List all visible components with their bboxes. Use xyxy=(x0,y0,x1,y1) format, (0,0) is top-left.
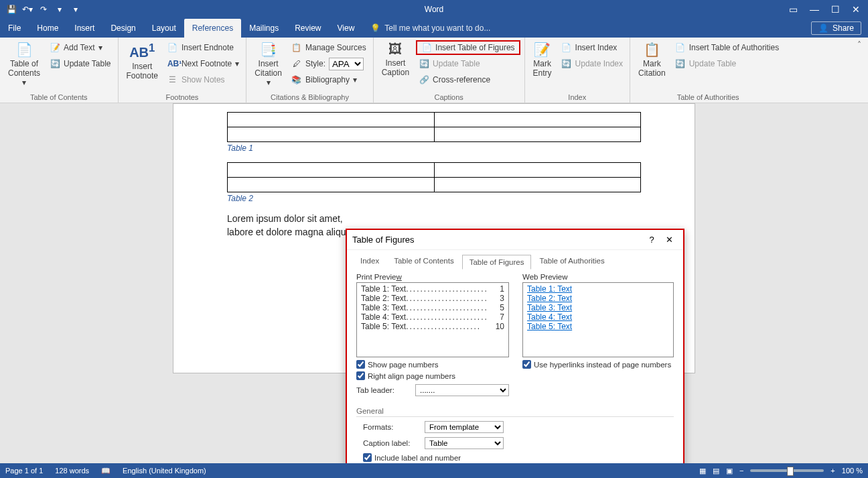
save-icon[interactable]: 💾 xyxy=(5,3,17,15)
mark-citation-icon: 📋 xyxy=(644,42,660,58)
tab-design[interactable]: Design xyxy=(102,19,143,38)
insert-caption-button[interactable]: 🖼 Insert Caption xyxy=(378,40,413,92)
citation-style-select[interactable]: 🖊Style: APA xyxy=(289,56,369,71)
show-notes-icon: ☰ xyxy=(167,75,178,84)
read-mode-icon[interactable]: ▦ xyxy=(699,467,706,475)
manage-sources-icon: 📋 xyxy=(291,43,302,52)
insert-toa-button[interactable]: 📄Insert Table of Authorities xyxy=(672,40,782,55)
tof-icon: 📄 xyxy=(421,43,432,52)
update-icon: 🔄 xyxy=(50,59,60,68)
table-2[interactable] xyxy=(227,162,641,192)
web-preview-box[interactable]: Table 1: Text Table 2: Text Table 3: Tex… xyxy=(522,282,674,357)
insert-table-of-figures-button[interactable]: 📄Insert Table of Figures xyxy=(416,40,520,55)
insert-endnote-button[interactable]: 📄Insert Endnote xyxy=(165,40,242,55)
share-button[interactable]: 👤 Share xyxy=(811,21,861,35)
proofing-icon[interactable]: 📖 xyxy=(101,467,111,475)
print-preview-box[interactable]: Table 1: Text.......................1 Ta… xyxy=(356,282,509,357)
manage-sources-button[interactable]: 📋Manage Sources xyxy=(289,40,369,55)
undo-icon[interactable]: ↶▾ xyxy=(21,3,33,15)
formats-label: Formats: xyxy=(363,423,419,431)
dialog-tab-index[interactable]: Index xyxy=(354,254,386,269)
group-label-toa: Table of Authorities xyxy=(634,92,782,101)
language-status[interactable]: English (United Kingdom) xyxy=(123,467,206,475)
zoom-out-button[interactable]: − xyxy=(739,467,743,475)
include-label-checkbox[interactable] xyxy=(363,453,372,462)
print-layout-icon[interactable]: ▤ xyxy=(713,467,719,475)
tab-leader-select[interactable]: ....... xyxy=(415,384,509,396)
page-status[interactable]: Page 1 of 1 xyxy=(5,467,43,475)
chevron-down-icon: ▾ xyxy=(22,78,26,87)
minimize-icon[interactable]: — xyxy=(810,4,819,15)
tab-references[interactable]: References xyxy=(184,19,241,38)
table-of-contents-button[interactable]: 📄 Table of Contents ▾ xyxy=(4,40,44,92)
endnote-icon: 📄 xyxy=(167,43,178,52)
insert-index-button[interactable]: 📄Insert Index xyxy=(559,40,626,55)
next-footnote-icon: AB¹ xyxy=(167,59,178,68)
cross-reference-button[interactable]: 🔗Cross-reference xyxy=(416,72,520,87)
collapse-ribbon-button[interactable]: ˄ xyxy=(851,38,868,103)
tab-leader-label: Tab leader: xyxy=(356,386,410,394)
close-icon[interactable]: ✕ xyxy=(852,4,860,15)
tab-mailings[interactable]: Mailings xyxy=(241,19,287,38)
tab-review[interactable]: Review xyxy=(287,19,329,38)
tab-file[interactable]: File xyxy=(0,19,29,38)
web-link[interactable]: Table 4: Text xyxy=(527,312,669,322)
use-hyperlinks-checkbox[interactable] xyxy=(522,360,531,369)
insert-citation-button[interactable]: 📑 Insert Citation ▾ xyxy=(250,40,286,92)
web-link[interactable]: Table 1: Text xyxy=(527,284,669,294)
add-text-icon: 📝 xyxy=(50,43,60,52)
style-icon: 🖊 xyxy=(291,59,302,68)
qat-custom-icon[interactable]: ▾ xyxy=(54,3,66,15)
style-dropdown[interactable]: APA xyxy=(329,58,364,70)
mark-entry-button[interactable]: 📝 Mark Entry xyxy=(529,40,556,92)
tab-layout[interactable]: Layout xyxy=(144,19,184,38)
print-preview-label: Print Preview xyxy=(356,273,509,281)
right-align-checkbox[interactable] xyxy=(356,371,365,380)
group-label-captions: Captions xyxy=(378,92,520,101)
update-captions-table-button: 🔄Update Table xyxy=(416,56,520,71)
web-link[interactable]: Table 5: Text xyxy=(527,322,669,331)
dialog-tab-toc[interactable]: Table of Contents xyxy=(387,254,461,269)
word-count[interactable]: 128 words xyxy=(55,467,89,475)
dialog-close-button[interactable]: ✕ xyxy=(660,235,678,245)
tab-home[interactable]: Home xyxy=(29,19,66,38)
general-section-label: General xyxy=(356,407,674,417)
dialog-title: Table of Figures xyxy=(352,235,643,245)
web-link[interactable]: Table 2: Text xyxy=(527,294,669,303)
web-layout-icon[interactable]: ▣ xyxy=(726,467,733,475)
table-1-caption: Table 1 xyxy=(227,143,641,153)
zoom-level[interactable]: 100 % xyxy=(842,467,863,475)
ribbon-display-icon[interactable]: ▭ xyxy=(789,4,798,15)
table-of-figures-dialog: Table of Figures ? ✕ Index Table of Cont… xyxy=(346,229,684,463)
insert-footnote-button[interactable]: AB1 Insert Footnote xyxy=(123,40,162,92)
web-link[interactable]: Table 3: Text xyxy=(527,303,669,312)
dialog-tab-tof[interactable]: Table of Figures xyxy=(462,255,532,270)
next-footnote-button[interactable]: AB¹Next Footnote ▾ xyxy=(165,56,242,71)
dialog-help-button[interactable]: ? xyxy=(643,235,660,245)
mark-entry-icon: 📝 xyxy=(534,42,551,58)
show-page-numbers-checkbox[interactable] xyxy=(356,360,365,369)
group-label-index: Index xyxy=(529,92,626,101)
formats-select[interactable]: From template xyxy=(425,421,504,433)
caption-label-select[interactable]: Table xyxy=(425,437,504,449)
add-text-button[interactable]: 📝Add Text ▾ xyxy=(47,40,114,55)
group-label-footnotes: Footnotes xyxy=(123,92,242,101)
toc-icon: 📄 xyxy=(16,42,33,58)
caption-label-label: Caption label: xyxy=(363,439,419,447)
zoom-slider[interactable] xyxy=(750,469,824,472)
tab-view[interactable]: View xyxy=(330,19,363,38)
qat-more-icon[interactable]: ▾ xyxy=(70,3,82,15)
app-title: Word xyxy=(425,5,443,14)
redo-icon[interactable]: ↷ xyxy=(38,3,50,15)
tell-me-search[interactable]: 💡 Tell me what you want to do... xyxy=(362,19,498,38)
citation-icon: 📑 xyxy=(260,42,277,58)
maximize-icon[interactable]: ☐ xyxy=(831,4,840,15)
chevron-down-icon: ▾ xyxy=(267,78,271,87)
table-1[interactable] xyxy=(227,112,641,142)
tab-insert[interactable]: Insert xyxy=(66,19,102,38)
zoom-in-button[interactable]: + xyxy=(830,467,835,475)
update-toc-button[interactable]: 🔄Update Table xyxy=(47,56,114,71)
mark-citation-button[interactable]: 📋 Mark Citation xyxy=(634,40,670,92)
dialog-tab-toa[interactable]: Table of Authorities xyxy=(532,254,611,269)
bibliography-button[interactable]: 📚Bibliography ▾ xyxy=(289,72,369,87)
